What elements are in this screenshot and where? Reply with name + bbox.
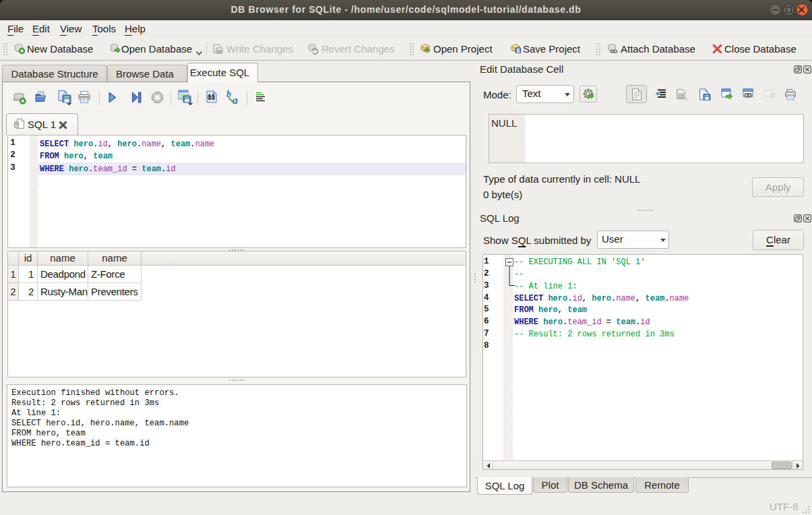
svg-text:a: a bbox=[232, 94, 238, 104]
